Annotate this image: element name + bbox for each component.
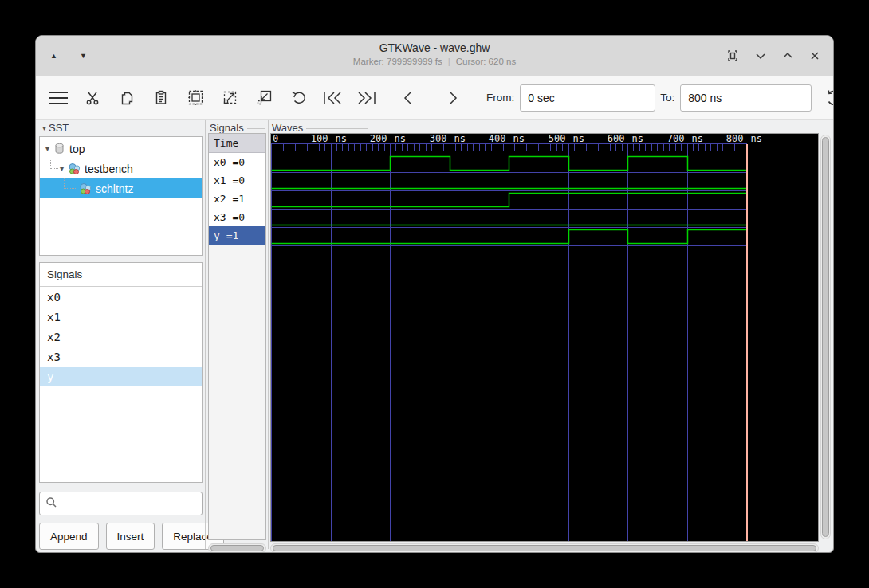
tree-guide <box>64 178 76 189</box>
time-header[interactable]: Time <box>209 134 265 153</box>
svg-text:ns: ns <box>751 134 762 144</box>
from-label: From: <box>486 92 514 104</box>
signals-panel: Signals x0 x1 x2 x3 y <box>39 262 203 483</box>
tree-item-label: top <box>69 143 85 155</box>
pane-divider-right[interactable] <box>268 120 269 549</box>
cut-icon[interactable] <box>81 85 104 111</box>
zoom-in-icon[interactable] <box>218 85 242 111</box>
module-spheres-icon <box>68 163 81 175</box>
search-icon <box>45 496 57 512</box>
zoom-out-icon[interactable] <box>252 85 276 111</box>
signal-list-item-x0[interactable]: x0 <box>40 287 202 307</box>
waves-vscrollbar[interactable] <box>820 135 831 539</box>
main-area: ▾ SST ▾ top ▾ testbench <box>36 120 833 552</box>
wave-list-title-text: Signals <box>210 122 244 134</box>
svg-text:ns: ns <box>632 134 643 144</box>
wave-row-y[interactable]: y =1 <box>209 226 265 245</box>
fullscreen-button[interactable] <box>726 49 739 62</box>
sst-label: SST <box>49 122 69 134</box>
wave-row-x0[interactable]: x0 =0 <box>209 153 265 171</box>
pane-divider-left[interactable] <box>205 120 206 549</box>
toolbar: From: To: <box>36 76 833 120</box>
tree-item-top[interactable]: ▾ top <box>40 139 202 159</box>
append-button[interactable]: Append <box>39 523 99 550</box>
wave-row-x3[interactable]: x3 =0 <box>209 208 265 226</box>
svg-text:700: 700 <box>667 134 685 144</box>
expander-icon[interactable]: ▾ <box>60 164 64 173</box>
svg-text:800: 800 <box>726 134 744 144</box>
signal-list-item-y[interactable]: y <box>40 367 202 386</box>
svg-text:600: 600 <box>608 134 625 144</box>
wave-row-x1[interactable]: x1 =0 <box>209 171 265 190</box>
svg-text:100: 100 <box>311 134 328 144</box>
signal-list-item-x3[interactable]: x3 <box>40 347 202 367</box>
waves-title-text: Waves <box>272 122 303 134</box>
wave-list: Time x0 =0 x1 =0 x2 =1 x3 =0 y =1 <box>208 133 266 540</box>
svg-text:ns: ns <box>454 134 466 144</box>
marker-status: Marker: 799999999 fs <box>353 57 442 66</box>
from-input[interactable] <box>520 84 655 112</box>
skip-to-start-icon[interactable] <box>320 85 344 111</box>
cursor-status: Cursor: 620 ns <box>456 57 516 66</box>
window-status: Marker: 799999999 fs|Cursor: 620 ns <box>36 57 833 66</box>
tree-item-label: testbench <box>85 163 133 175</box>
sst-tree: ▾ top ▾ testbench schltntz <box>39 136 203 256</box>
titlebar: ▲ ▼ GTKWave - wave.ghw Marker: 799999999… <box>36 36 833 76</box>
svg-text:400: 400 <box>489 134 506 144</box>
window-title: GTKWave - wave.ghw <box>36 41 833 54</box>
svg-text:200: 200 <box>370 134 387 144</box>
waves-hscrollbar[interactable] <box>270 543 819 553</box>
reload-icon[interactable] <box>822 85 834 111</box>
insert-button[interactable]: Insert <box>106 523 155 550</box>
wave-trace-x2 <box>272 194 747 207</box>
wave-list-title: Signals <box>210 122 265 134</box>
svg-text:ns: ns <box>573 134 584 144</box>
paste-icon[interactable] <box>149 85 173 111</box>
gtkwave-window: ▲ ▼ GTKWave - wave.ghw Marker: 799999999… <box>35 35 834 553</box>
tree-item-label: schltntz <box>96 182 133 195</box>
to-input[interactable] <box>680 84 812 112</box>
svg-text:ns: ns <box>336 134 347 144</box>
wave-row-x2[interactable]: x2 =1 <box>209 190 265 208</box>
tree-item-schltntz[interactable]: schltntz <box>40 178 202 198</box>
minimize-button[interactable] <box>755 50 766 61</box>
step-right-icon[interactable] <box>441 85 465 111</box>
copy-icon[interactable] <box>115 85 139 111</box>
module-spheres-icon <box>79 182 92 195</box>
tree-item-testbench[interactable]: ▾ testbench <box>40 159 202 178</box>
waveform-svg: 0100ns200ns300ns400ns500ns600ns700ns800n… <box>271 134 818 541</box>
module-cylinder-icon <box>53 143 65 155</box>
wave-trace-x0 <box>272 157 747 171</box>
close-button[interactable] <box>809 50 820 61</box>
menu-icon[interactable] <box>46 85 70 111</box>
svg-text:500: 500 <box>549 134 566 144</box>
signal-search-input[interactable] <box>39 492 203 515</box>
svg-text:ns: ns <box>395 134 406 144</box>
zoom-fit-icon[interactable] <box>183 85 207 111</box>
step-left-icon[interactable] <box>396 85 420 111</box>
signal-list-item-x1[interactable]: x1 <box>40 307 202 327</box>
sst-header[interactable]: ▾ SST <box>42 122 202 134</box>
waves-title: Waves <box>272 122 368 134</box>
to-label: To: <box>660 92 674 104</box>
svg-text:ns: ns <box>692 134 703 144</box>
wave-canvas[interactable]: 0100ns200ns300ns400ns500ns600ns700ns800n… <box>270 133 819 542</box>
svg-text:300: 300 <box>430 134 447 144</box>
wave-list-hscrollbar[interactable] <box>208 543 266 553</box>
sst-expander-icon[interactable]: ▾ <box>42 123 46 132</box>
svg-text:0: 0 <box>273 134 278 144</box>
undo-icon[interactable] <box>286 85 310 111</box>
skip-to-end-icon[interactable] <box>355 85 379 111</box>
signal-list-item-x2[interactable]: x2 <box>40 327 202 347</box>
maximize-button[interactable] <box>782 50 793 61</box>
tree-guide <box>50 159 58 169</box>
status-separator: | <box>448 57 450 66</box>
expander-icon[interactable]: ▾ <box>45 144 49 153</box>
signals-panel-title: Signals <box>40 263 202 287</box>
svg-text:ns: ns <box>513 134 525 144</box>
